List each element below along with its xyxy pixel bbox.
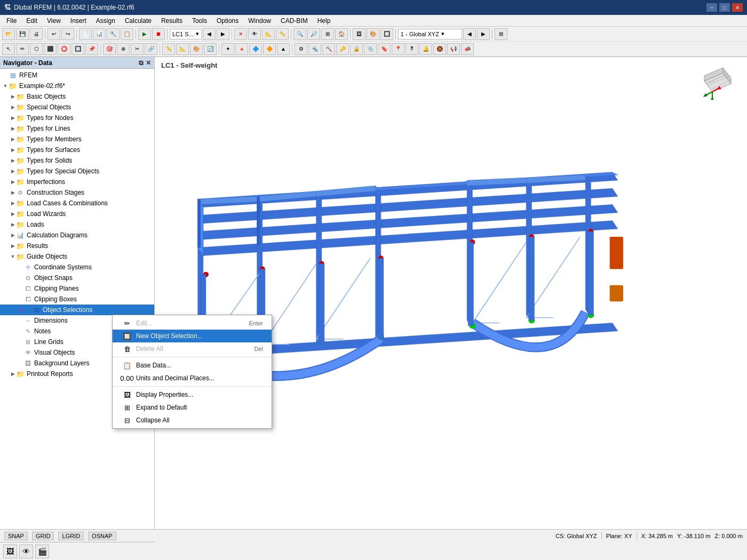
expand-special_objects[interactable]: ▶ [10, 103, 16, 111]
nav-item-load_cases[interactable]: ▶📁Load Cases & Combinations [0, 198, 154, 209]
expand-types_special[interactable]: ▶ [10, 167, 16, 175]
bottom-model-btn[interactable]: 🖼 [3, 545, 17, 558]
tb-render1[interactable]: 🖼 [353, 28, 365, 40]
tb2-up[interactable]: ▲ [277, 43, 290, 55]
nav-item-types_special[interactable]: ▶📁Types for Special Objects [0, 166, 154, 177]
nav-item-load_wizards[interactable]: ▶📁Load Wizards [0, 209, 154, 219]
tb-ruler[interactable]: 📏 [276, 28, 289, 40]
tb2-more4[interactable]: 🔑 [336, 43, 349, 55]
tb-eye[interactable]: 👁 [248, 28, 261, 40]
tb2-more11[interactable]: 🔕 [433, 43, 446, 55]
tb-table[interactable]: 📊 [93, 28, 106, 40]
tb2-rect[interactable]: ⬛ [44, 43, 57, 55]
tb-new-model[interactable]: 📄 [79, 28, 92, 40]
tb-zoom-all[interactable]: ⊞ [321, 28, 334, 40]
expand-guide_objects[interactable]: ▼ [10, 253, 16, 260]
view-dropdown[interactable]: 1 - Global XYZ ▾ [398, 29, 462, 39]
tb2-more9[interactable]: 🎖 [406, 43, 418, 55]
expand-types_solids[interactable]: ▶ [10, 157, 16, 164]
tb2-add[interactable]: ⊕ [117, 43, 130, 55]
tb2-hex[interactable]: 🔶 [263, 43, 276, 55]
tb-print[interactable]: 🖨 [30, 28, 43, 40]
nav-item-types_solids[interactable]: ▶📁Types for Solids [0, 155, 154, 166]
nav-item-clip_boxes[interactable]: ⧠Clipping Boxes [0, 294, 154, 305]
tb2-more5[interactable]: 🔒 [350, 43, 363, 55]
osnap-btn[interactable]: OSNAP [88, 532, 116, 540]
nav-item-results[interactable]: ▶📁Results [0, 241, 154, 251]
tb-render3[interactable]: 🔲 [380, 28, 393, 40]
menu-help[interactable]: Help [313, 16, 335, 26]
ctx-base_data[interactable]: 📋Base Data... [113, 359, 272, 372]
menu-tools[interactable]: Tools [188, 16, 211, 26]
tb2-more10[interactable]: 🔔 [419, 43, 432, 55]
tb2-link[interactable]: 🔗 [145, 43, 157, 55]
ctx-edit[interactable]: ✏Edit...Enter [113, 317, 272, 330]
nav-item-types_nodes[interactable]: ▶📁Types for Nodes [0, 113, 154, 123]
ctx-expand_default[interactable]: ⊞Expand to Default [113, 401, 272, 414]
nav-item-special_objects[interactable]: ▶📁Special Objects [0, 102, 154, 113]
expand-printout_reports[interactable]: ▶ [10, 370, 16, 378]
tb-zoom-in[interactable]: 🔍 [293, 28, 306, 40]
expand-calc_diagrams[interactable]: ▶ [10, 231, 16, 239]
tb-zoom-out[interactable]: 🔎 [307, 28, 320, 40]
menu-edit[interactable]: Edit [22, 16, 42, 26]
ctx-collapse_all[interactable]: ⊟Collapse All [113, 414, 272, 427]
expand-results[interactable]: ▶ [10, 242, 16, 250]
tb2-more2[interactable]: 🔩 [308, 43, 321, 55]
tb-grid-icon[interactable]: ⊞ [495, 28, 507, 40]
tb2-more7[interactable]: 🔖 [378, 43, 391, 55]
menu-assign[interactable]: Assign [92, 16, 120, 26]
tb-run-calc[interactable]: ▶ [138, 28, 151, 40]
nav-item-guide_objects[interactable]: ▼📁Guide Objects [0, 251, 154, 262]
nav-item-loads[interactable]: ▶📁Loads [0, 219, 154, 230]
lgrid-btn[interactable]: LGRID [58, 532, 84, 540]
bottom-anim-btn[interactable]: 🎬 [35, 545, 49, 558]
ctx-display_props[interactable]: 🖼Display Properties... [113, 388, 272, 401]
tb-open[interactable]: 📂 [2, 28, 15, 40]
menu-window[interactable]: Window [244, 16, 275, 26]
tb2-tri[interactable]: 🔺 [235, 43, 248, 55]
tb2-dim[interactable]: 📏 [162, 43, 175, 55]
minimize-button[interactable]: ─ [706, 3, 717, 12]
tb2-circle[interactable]: ⭕ [58, 43, 70, 55]
tb-stop[interactable]: ⏹ [152, 28, 165, 40]
tb2-angle[interactable]: 📐 [176, 43, 189, 55]
expand-imperfections[interactable]: ▶ [10, 178, 16, 186]
menu-calculate[interactable]: Calculate [121, 16, 156, 26]
tb2-color[interactable]: 🎨 [190, 43, 203, 55]
ctx-units[interactable]: 0.00Units and Decimal Places... [113, 372, 272, 385]
nav-float-btn[interactable]: ⧉ [139, 59, 144, 67]
expand-loads[interactable]: ▶ [10, 221, 16, 228]
expand-types_lines[interactable]: ▶ [10, 125, 16, 132]
bottom-view-btn[interactable]: 👁 [19, 545, 33, 558]
tb2-poly[interactable]: ⬡ [30, 43, 43, 55]
tb2-more12[interactable]: 📢 [447, 43, 460, 55]
menu-results[interactable]: Results [157, 16, 187, 26]
tb-render2[interactable]: 🎨 [367, 28, 379, 40]
tb-view-next[interactable]: ▶ [477, 28, 490, 40]
nav-close-btn[interactable]: ✕ [146, 59, 151, 67]
expand-load_cases[interactable]: ▶ [10, 199, 16, 207]
ctx-new_selection[interactable]: 🔲New Object Selection... [113, 330, 272, 342]
expand-construction_stages[interactable]: ▶ [10, 189, 16, 196]
cube-navigator[interactable] [694, 62, 742, 110]
viewport[interactable]: LC1 - Self-weight [155, 57, 747, 530]
menu-insert[interactable]: Insert [66, 16, 91, 26]
tb2-more8[interactable]: 📍 [392, 43, 404, 55]
tb-clipboard[interactable]: 📋 [121, 28, 133, 40]
menu-view[interactable]: View [43, 16, 65, 26]
close-button[interactable]: ✕ [732, 3, 743, 12]
menu-file[interactable]: File [2, 16, 21, 26]
lc-dropdown[interactable]: LC1 S... ▾ [170, 29, 202, 39]
tb-redo[interactable]: ↪ [61, 28, 74, 40]
tb-view-prev[interactable]: ◀ [463, 28, 476, 40]
nav-item-types_lines[interactable]: ▶📁Types for Lines [0, 123, 154, 134]
nav-item-coord_systems[interactable]: ✛Coordinate Systems [0, 262, 154, 273]
tb2-select[interactable]: ↖ [2, 43, 15, 55]
tb2-more13[interactable]: 📣 [461, 43, 474, 55]
tb2-cut[interactable]: ✂ [131, 43, 144, 55]
nav-item-rfem[interactable]: ⊞RFEM [0, 70, 154, 81]
tb-properties[interactable]: 🔧 [107, 28, 120, 40]
expand-basic_objects[interactable]: ▶ [10, 93, 16, 100]
tb-save[interactable]: 💾 [16, 28, 29, 40]
